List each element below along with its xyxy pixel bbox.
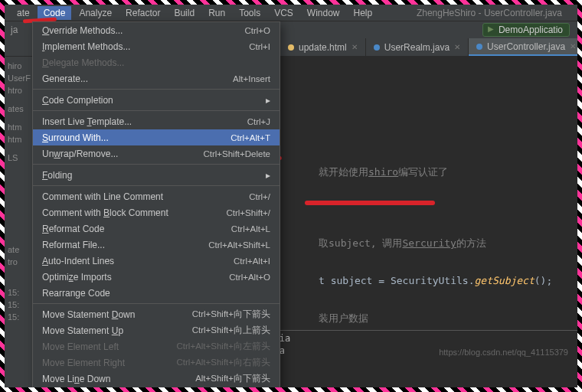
java-class-icon [476, 44, 482, 50]
menu-help[interactable]: Help [348, 6, 379, 20]
java-class-icon [374, 44, 380, 51]
menu-vcs[interactable]: VCS [268, 6, 299, 20]
menubar: ate Code Analyze Refactor Build Run Tool… [5, 5, 577, 21]
menu-item[interactable]: Folding▸ [33, 167, 280, 183]
close-icon[interactable]: ✕ [351, 43, 358, 51]
menu-item[interactable]: Optimize ImportsCtrl+Alt+O [33, 269, 280, 285]
menu-item[interactable]: Code Completion▸ [33, 92, 280, 108]
menu-item[interactable]: Insert Live Template...Ctrl+J [33, 113, 280, 129]
tab-usercontroller[interactable]: UserController.java ✕ [469, 38, 577, 56]
menu-item[interactable]: Rearrange Code [33, 285, 280, 301]
menu-item[interactable]: Move Statement DownCtrl+Shift+向下箭头 [33, 306, 280, 322]
menu-refactor[interactable]: Refactor [119, 6, 166, 20]
close-icon[interactable]: ✕ [454, 43, 460, 51]
menu-item: Delegate Methods... [33, 54, 280, 70]
menu-window[interactable]: Window [301, 6, 346, 20]
menu-item[interactable]: Implement Methods...Ctrl+I [33, 38, 280, 54]
menu-item[interactable]: Reformat CodeCtrl+Alt+L [33, 220, 280, 237]
menu-item[interactable]: Auto-Indent LinesCtrl+Alt+I [33, 253, 280, 269]
menu-navigate[interactable]: ate [11, 6, 36, 20]
menu-run[interactable]: Run [202, 6, 231, 20]
menu-item[interactable]: Override Methods...Ctrl+O [33, 22, 280, 38]
tab-label: UserRealm.java [384, 42, 450, 53]
menu-analyze[interactable]: Analyze [73, 6, 118, 20]
run-config-button[interactable]: DemoApplicatio [482, 23, 570, 37]
menu-item[interactable]: Surround With...Ctrl+Alt+T [33, 129, 280, 145]
tab-update-html[interactable]: update.html ✕ [280, 38, 366, 56]
menu-item[interactable]: Move Line DownAlt+Shift+向下箭头 [33, 371, 280, 387]
crumb-left: ja [11, 24, 18, 35]
menu-tools[interactable]: Tools [233, 6, 266, 20]
menu-build[interactable]: Build [168, 6, 201, 20]
menu-item[interactable]: Comment with Block CommentCtrl+Shift+/ [33, 204, 280, 220]
close-icon[interactable]: ✕ [570, 42, 576, 51]
tab-userrealm[interactable]: UserRealm.java ✕ [366, 38, 469, 56]
window-title: ZhengHeShiro - UserController.java [417, 8, 562, 18]
menu-item[interactable]: Move Line UpAlt+Shift+向上箭头 [33, 387, 280, 387]
menu-code[interactable]: Code [38, 6, 72, 20]
menu-item[interactable]: Reformat File...Ctrl+Alt+Shift+L [33, 237, 280, 253]
menu-item: Move Element RightCtrl+Alt+Shift+向右箭头 [33, 354, 280, 371]
code-menu-dropdown: Override Methods...Ctrl+OImplement Metho… [32, 21, 280, 387]
html-file-icon [288, 44, 294, 51]
menu-item[interactable]: Generate...Alt+Insert [33, 70, 280, 87]
gutter: hiro UserF htro ates htm htm LS ate tro … [5, 57, 35, 387]
tab-label: UserController.java [487, 41, 565, 52]
menu-item[interactable]: Move Statement UpCtrl+Shift+向上箭头 [33, 322, 280, 338]
tab-label: update.html [299, 42, 347, 53]
menu-item[interactable]: Comment with Line CommentCtrl+/ [33, 188, 280, 204]
menu-item[interactable]: Unwrap/Remove...Ctrl+Shift+Delete [33, 145, 280, 162]
menu-item: Move Element LeftCtrl+Alt+Shift+向左箭头 [33, 338, 280, 354]
watermark: https://blog.csdn.net/qq_41115379 [439, 348, 568, 357]
